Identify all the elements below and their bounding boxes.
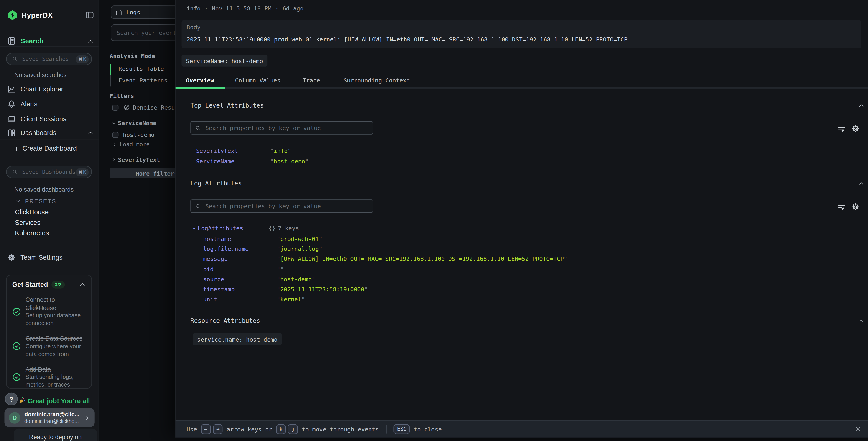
attribute-key[interactable]: pid	[203, 266, 214, 272]
attribute-key[interactable]: SeverityText	[196, 147, 238, 154]
get-started-step[interactable]: Add Data Start sending logs, metrics, or…	[12, 365, 86, 389]
attribute-value[interactable]: host-demo	[270, 158, 309, 164]
attribute-key[interactable]: log.file.name	[203, 245, 249, 252]
attribute-row[interactable]: ServiceName host-demo	[176, 158, 868, 165]
attribute-key[interactable]: message	[203, 256, 228, 262]
chevron-up-icon[interactable]	[87, 129, 94, 137]
attribute-key[interactable]: ServiceName	[196, 158, 235, 164]
severity-level: info	[186, 5, 200, 11]
attribute-key[interactable]: LogAttributes	[198, 225, 243, 231]
source-select[interactable]: Logs	[111, 5, 184, 19]
chevron-up-icon[interactable]	[87, 37, 94, 45]
resource-tag-chip[interactable]: service.name: host-demo	[193, 333, 282, 345]
log-attributes-root-row[interactable]: ▾ LogAttributes {} 7 keys	[176, 225, 868, 233]
attribute-key[interactable]: source	[203, 276, 224, 282]
collapse-section-icon[interactable]	[858, 102, 865, 109]
attribute-value[interactable]: prod-web-01	[277, 235, 322, 242]
log-attributes-title: Log Attributes	[190, 180, 242, 187]
close-icon[interactable]	[854, 425, 861, 433]
attribute-row[interactable]: pid	[176, 266, 868, 273]
filter-value-host-demo[interactable]: host-demo	[113, 131, 155, 138]
attribute-value[interactable]: [UFW ALLOW] IN=eth0 OUT= MAC= SRC=192.16…	[277, 256, 567, 262]
preset-kubernetes[interactable]: Kubernetes	[15, 229, 49, 237]
help-button[interactable]: ?	[5, 393, 18, 406]
saved-dashboards-input[interactable]	[21, 168, 76, 176]
attribute-key[interactable]: unit	[203, 296, 217, 302]
get-started-title: Get Started	[12, 281, 48, 289]
attribute-row[interactable]: log.file.name journal.log	[176, 245, 868, 253]
attribute-value[interactable]: 2025-11-11T23:58:19+0000	[277, 286, 368, 292]
j-key: j	[288, 424, 298, 434]
gear-icon[interactable]	[851, 203, 860, 211]
brand-home-link[interactable]: HyperDX	[7, 9, 94, 21]
top-level-search-input[interactable]	[204, 124, 369, 132]
mode-event-patterns[interactable]: Event Patterns	[118, 77, 167, 84]
resource-tag-label: service.name: host-demo	[193, 333, 282, 345]
k-key: k	[276, 424, 286, 434]
attribute-value[interactable]	[277, 266, 284, 272]
mode-results-table[interactable]: Results Table	[118, 65, 164, 72]
filter-group-servicename[interactable]: ServiceName	[111, 120, 156, 126]
chevron-up-icon[interactable]	[79, 281, 86, 288]
attribute-row[interactable]: message [UFW ALLOW] IN=eth0 OUT= MAC= SR…	[176, 256, 868, 263]
attribute-row[interactable]: SeverityText info	[176, 147, 868, 155]
attribute-value[interactable]: kernel	[277, 296, 305, 302]
get-started-step[interactable]: Create Data Sources Configure where your…	[12, 334, 86, 358]
saved-dashboards-search[interactable]: ⌘K	[6, 166, 92, 178]
load-more-button[interactable]: Load more	[113, 141, 150, 147]
attribute-key[interactable]: timestamp	[203, 286, 235, 292]
attribute-value[interactable]: info	[270, 147, 291, 154]
sidebar-item-team-settings[interactable]: Team Settings	[7, 252, 94, 263]
celebration-text: Great job! You're all	[28, 397, 90, 405]
caret-down-icon[interactable]: ▾	[193, 226, 195, 231]
filter-group-severitytext[interactable]: SeverityText	[111, 156, 160, 163]
host-demo-checkbox[interactable]	[113, 131, 119, 138]
wrap-lines-icon[interactable]	[837, 203, 845, 211]
deploy-note-card: Ready to deploy on	[14, 429, 97, 441]
create-dashboard-button[interactable]: + Create Dashboard	[14, 144, 77, 153]
sidebar-item-search[interactable]: Search	[7, 35, 94, 47]
tab-column-values[interactable]: Column Values	[235, 77, 281, 84]
attribute-value[interactable]: host-demo	[277, 276, 315, 282]
attribute-value[interactable]: journal.log	[277, 245, 322, 252]
tab-trace[interactable]: Trace	[303, 77, 320, 84]
esc-key: ESC	[394, 424, 410, 434]
denoise-checkbox[interactable]	[113, 104, 119, 111]
get-started-step[interactable]: Connect to ClickHouse Set up your databa…	[12, 296, 86, 327]
event-search-input[interactable]	[111, 29, 183, 36]
sidebar-item-dashboards[interactable]: Dashboards	[7, 127, 94, 139]
active-mode-indicator	[110, 64, 111, 76]
attribute-key[interactable]: hostname	[203, 235, 231, 242]
collapse-section-icon[interactable]	[858, 318, 865, 325]
event-search-box[interactable]	[111, 24, 184, 41]
team-settings-label: Team Settings	[21, 254, 94, 261]
collapse-sidebar-icon[interactable]	[85, 10, 94, 19]
preset-services[interactable]: Services	[15, 218, 40, 227]
tab-overview[interactable]: Overview	[186, 77, 214, 84]
user-menu[interactable]: D dominic.tran@clic... dominic.tran@clic…	[4, 408, 94, 427]
no-saved-searches-note: No saved searches	[14, 71, 66, 78]
saved-searches-input[interactable]	[21, 55, 76, 63]
service-tag-chip[interactable]: ServiceName: host-demo	[182, 55, 267, 66]
wrap-lines-icon[interactable]	[837, 125, 845, 133]
log-attributes-search-input[interactable]	[204, 202, 369, 210]
attribute-row[interactable]: source host-demo	[176, 276, 868, 283]
get-started-header[interactable]: Get Started 3/3	[12, 281, 86, 289]
sidebar-item-chart-explorer[interactable]: Chart Explorer	[7, 84, 94, 95]
filters-label: Filters	[110, 92, 134, 99]
preset-clickhouse[interactable]: ClickHouse	[15, 208, 49, 216]
presets-toggle[interactable]: PRESETS	[16, 197, 56, 205]
search-icon	[11, 56, 18, 62]
attribute-row[interactable]: timestamp 2025-11-11T23:58:19+0000	[176, 286, 868, 293]
log-attributes-search[interactable]	[190, 199, 373, 212]
denoise-filter-row[interactable]: Denoise Results	[113, 104, 186, 111]
attribute-row[interactable]: hostname prod-web-01	[176, 235, 868, 243]
sidebar-item-client-sessions[interactable]: Client Sessions	[7, 113, 94, 125]
tab-surrounding-context[interactable]: Surrounding Context	[343, 77, 410, 84]
attribute-row[interactable]: unit kernel	[176, 296, 868, 304]
sidebar-item-alerts[interactable]: Alerts	[7, 99, 94, 110]
collapse-section-icon[interactable]	[858, 181, 865, 187]
gear-icon[interactable]	[851, 125, 860, 133]
top-level-search[interactable]	[190, 121, 373, 135]
saved-searches-search[interactable]: ⌘K	[6, 53, 92, 65]
